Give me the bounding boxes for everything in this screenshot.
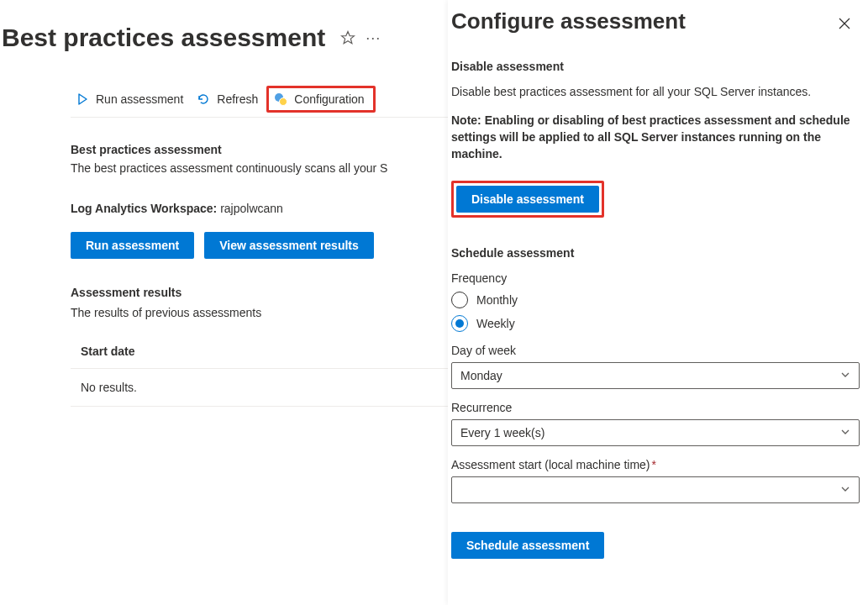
configuration-icon xyxy=(274,92,287,106)
day-of-week-value: Monday xyxy=(460,369,502,382)
schedule-assessment-button[interactable]: Schedule assessment xyxy=(451,532,604,559)
note-label: Note: xyxy=(451,113,481,127)
radio-checked-icon xyxy=(451,315,468,332)
svg-marker-1 xyxy=(79,94,87,104)
assessment-start-select[interactable] xyxy=(451,476,860,503)
frequency-label: Frequency xyxy=(451,271,861,285)
panel-title: Configure assessment xyxy=(451,8,686,34)
play-icon xyxy=(76,92,89,106)
view-assessment-results-button[interactable]: View assessment results xyxy=(204,232,374,259)
configure-assessment-panel: Configure assessment Disable assessment … xyxy=(448,0,868,605)
configuration-command[interactable]: Configuration xyxy=(266,86,375,113)
disable-heading: Disable assessment xyxy=(451,60,861,73)
run-assessment-button[interactable]: Run assessment xyxy=(71,232,194,259)
day-of-week-select[interactable]: Monday xyxy=(451,362,860,389)
weekly-label: Weekly xyxy=(476,317,515,330)
refresh-command[interactable]: Refresh xyxy=(192,86,266,113)
run-assessment-label: Run assessment xyxy=(96,92,183,106)
monthly-label: Monthly xyxy=(476,293,518,307)
run-assessment-command[interactable]: Run assessment xyxy=(71,86,192,113)
schedule-heading: Schedule assessment xyxy=(451,246,861,260)
log-analytics-label: Log Analytics Workspace: xyxy=(71,202,217,215)
refresh-label: Refresh xyxy=(217,92,258,106)
note-text: Enabling or disabling of best practices … xyxy=(451,113,850,160)
refresh-icon xyxy=(197,92,210,106)
chevron-down-icon xyxy=(840,369,850,382)
frequency-monthly-option[interactable]: Monthly xyxy=(451,292,861,308)
chevron-down-icon xyxy=(840,426,850,439)
frequency-weekly-option[interactable]: Weekly xyxy=(451,315,861,332)
recurrence-select[interactable]: Every 1 week(s) xyxy=(451,419,860,446)
day-of-week-label: Day of week xyxy=(451,344,861,357)
chevron-down-icon xyxy=(840,483,850,497)
disable-text: Disable best practices assessment for al… xyxy=(451,83,861,100)
disable-button-highlight: Disable assessment xyxy=(451,181,604,218)
recurrence-label: Recurrence xyxy=(451,401,861,414)
radio-unchecked-icon xyxy=(451,292,468,308)
log-analytics-value: rajpolwcann xyxy=(220,202,283,215)
svg-point-3 xyxy=(280,97,287,105)
more-menu-icon[interactable]: ··· xyxy=(366,30,381,45)
assessment-start-label: Assessment start (local machine time)* xyxy=(451,458,861,471)
svg-marker-0 xyxy=(342,32,355,44)
configuration-label: Configuration xyxy=(294,92,364,106)
favorite-star-icon[interactable] xyxy=(340,30,355,45)
page-title: Best practices assessment xyxy=(2,24,325,52)
disable-assessment-button[interactable]: Disable assessment xyxy=(456,186,599,213)
close-icon[interactable] xyxy=(834,13,855,34)
frequency-radio-group: Monthly Weekly xyxy=(451,292,861,332)
results-empty-text: No results. xyxy=(81,381,137,394)
disable-note: Note: Enabling or disabling of best prac… xyxy=(451,112,861,162)
schedule-section: Schedule assessment Frequency Monthly We… xyxy=(451,246,861,559)
col-start-date: Start date xyxy=(81,345,135,358)
disable-section: Disable assessment Disable best practice… xyxy=(451,60,861,218)
recurrence-value: Every 1 week(s) xyxy=(460,426,544,439)
required-icon: * xyxy=(652,458,656,471)
assessment-start-label-text: Assessment start (local machine time) xyxy=(451,458,650,471)
